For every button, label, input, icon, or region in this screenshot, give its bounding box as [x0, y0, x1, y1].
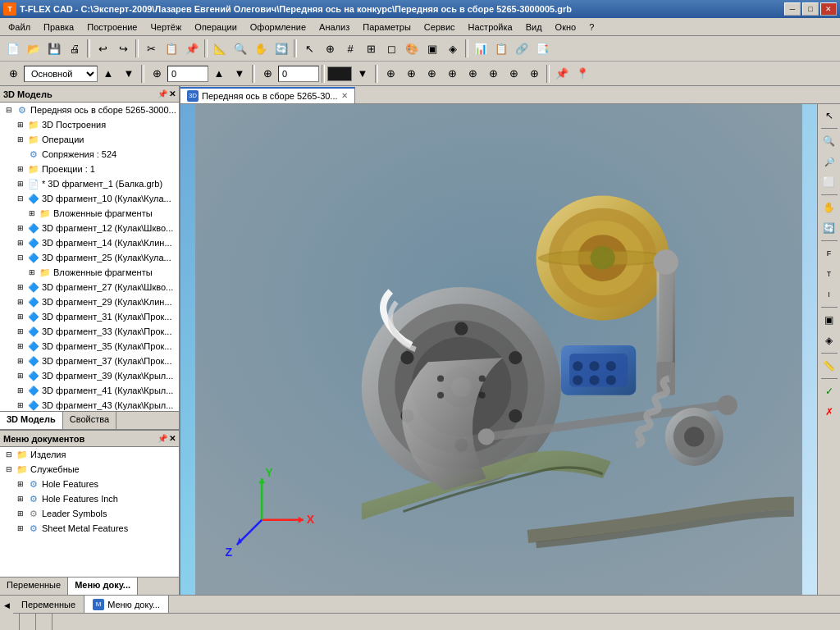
tb2-snap8[interactable]: ⊕: [524, 64, 544, 84]
tree-expand-5[interactable]: ⊞: [15, 163, 26, 175]
rt-rotate[interactable]: 🔄: [819, 218, 839, 238]
pan-button[interactable]: ✋: [251, 39, 271, 58]
tree-expand-20[interactable]: ⊞: [15, 385, 26, 396]
tree-item-15[interactable]: ⊞ 🔷 3D фрагмент_31 (Кулак\Прок...: [0, 309, 179, 324]
tree-item-21[interactable]: ⊞ 🔷 3D фрагмент_43 (Кулак\Крыл...: [0, 398, 179, 411]
tree-expand-21[interactable]: ⊞: [15, 399, 26, 411]
render-button[interactable]: 🎨: [402, 39, 422, 58]
tree-item-3[interactable]: ⊞ 📁 Операции: [0, 132, 179, 147]
zoom-button[interactable]: 🔍: [231, 39, 250, 58]
menu-settings[interactable]: Настройка: [462, 21, 519, 34]
bottom-tree-item-2[interactable]: ⊟ 📁 Служебные: [0, 462, 179, 477]
tb2-arrow-down[interactable]: ▼: [119, 64, 139, 84]
rt-zoom-out[interactable]: 🔎: [819, 152, 839, 171]
tb2-snap4[interactable]: ⊕: [442, 64, 462, 84]
link-button[interactable]: 🔗: [512, 39, 532, 58]
tree-expand-13[interactable]: ⊞: [15, 281, 26, 293]
tb2-snap1[interactable]: ⊕: [381, 64, 400, 84]
view3d-button[interactable]: ◻: [381, 39, 401, 58]
props-button[interactable]: 📊: [471, 39, 491, 58]
tab-properties[interactable]: Свойства: [63, 412, 116, 429]
tree-item-14[interactable]: ⊞ 🔷 3D фрагмент_29 (Кулак\Клин...: [0, 294, 179, 309]
shade-button[interactable]: ▣: [422, 39, 442, 58]
tree-item-4[interactable]: ⚙ Сопряжения : 524: [0, 147, 179, 162]
redo-button[interactable]: ↪: [113, 39, 133, 58]
open-button[interactable]: 📂: [24, 39, 43, 58]
tab-variables-bottom[interactable]: Переменные: [13, 596, 84, 613]
tb2-arrow-down2[interactable]: ▼: [230, 64, 249, 84]
tree-item-13[interactable]: ⊞ 🔷 3D фрагмент_27 (Кулак\Шкво...: [0, 280, 179, 294]
doc-panel-pin-button[interactable]: 📌: [158, 434, 167, 443]
rt-cancel[interactable]: ✗: [819, 402, 839, 422]
tb2-arrow-up2[interactable]: ▲: [209, 64, 229, 84]
bottom-nav-left[interactable]: ◀: [0, 596, 13, 615]
save-button[interactable]: 💾: [44, 39, 64, 58]
grid-button[interactable]: #: [340, 39, 360, 58]
tree-item-2[interactable]: ⊞ 📁 3D Построения: [0, 117, 179, 132]
tb2-snap5[interactable]: ⊕: [463, 64, 482, 84]
rt-select[interactable]: ↖: [819, 106, 839, 126]
tree-expand-8[interactable]: ⊞: [26, 208, 38, 219]
layer-button[interactable]: ⊞: [361, 39, 381, 58]
panel-close-button[interactable]: ✕: [169, 89, 176, 98]
tab-menu-docs-bottom[interactable]: M Меню доку...: [84, 596, 169, 613]
measure-button[interactable]: 📐: [210, 39, 230, 58]
tree-item-8[interactable]: ⊞ 📁 Вложенные фрагменты: [0, 206, 179, 221]
tree-expand-3[interactable]: ⊞: [15, 134, 26, 145]
rt-ok[interactable]: ✓: [819, 381, 839, 401]
tree-expand-14[interactable]: ⊞: [15, 296, 26, 308]
tree-item-9[interactable]: ⊞ 🔷 3D фрагмент_12 (Кулак\Шкво...: [0, 221, 179, 235]
tree-expand-18[interactable]: ⊞: [15, 355, 26, 367]
wire-button[interactable]: ◈: [443, 39, 463, 58]
cut-button[interactable]: ✂: [141, 39, 161, 58]
num-input-2[interactable]: [278, 66, 319, 82]
rt-wire[interactable]: ◈: [819, 331, 839, 350]
viewport-canvas[interactable]: X Y Z: [180, 104, 817, 595]
tree-expand-12[interactable]: ⊞: [26, 267, 38, 278]
menu-build[interactable]: Построение: [80, 21, 144, 34]
tree-item-16[interactable]: ⊞ 🔷 3D фрагмент_33 (Кулак\Прок...: [0, 324, 179, 339]
tree-expand-17[interactable]: ⊞: [15, 340, 26, 352]
tb2-extra2[interactable]: 📍: [573, 64, 592, 84]
viewport-close-button[interactable]: ✕: [341, 91, 348, 100]
tab-3d-model[interactable]: 3D Модель: [0, 412, 63, 429]
menu-file[interactable]: Файл: [2, 21, 37, 34]
bom-button[interactable]: 📑: [532, 39, 552, 58]
tb2-icon2[interactable]: ⊕: [147, 64, 167, 84]
close-button[interactable]: ✕: [820, 2, 837, 16]
bottom-tree-expand-1[interactable]: ⊟: [3, 449, 15, 460]
tree-item-10[interactable]: ⊞ 🔷 3D фрагмент_14 (Кулак\Клин...: [0, 235, 179, 250]
tree-item-1[interactable]: ⊟ ⚙ Передняя ось в сборе 5265-3000...: [0, 103, 179, 117]
tree-expand-9[interactable]: ⊞: [15, 222, 26, 234]
rt-view-top[interactable]: T: [819, 264, 839, 284]
tree-expand-1[interactable]: ⊟: [3, 104, 15, 116]
select-button[interactable]: ↖: [299, 39, 319, 58]
menu-service[interactable]: Сервис: [418, 21, 462, 34]
tb2-arrow-up[interactable]: ▲: [98, 64, 118, 84]
paste-button[interactable]: 📌: [182, 39, 202, 58]
tree-item-17[interactable]: ⊞ 🔷 3D фрагмент_35 (Кулак\Прок...: [0, 339, 179, 354]
tree-expand-19[interactable]: ⊞: [15, 370, 26, 381]
new-button[interactable]: 📄: [3, 39, 23, 58]
rotate-button[interactable]: 🔄: [272, 39, 291, 58]
maximize-button[interactable]: □: [802, 2, 819, 16]
bottom-tree-item-5[interactable]: ⊞ ⚙ Leader Symbols: [0, 506, 179, 521]
tree-item-6[interactable]: ⊞ 📄 * 3D фрагмент_1 (Балка.grb): [0, 176, 179, 191]
tree-item-19[interactable]: ⊞ 🔷 3D фрагмент_39 (Кулак\Крыл...: [0, 368, 179, 383]
tb2-snap7[interactable]: ⊕: [504, 64, 523, 84]
tree-expand-10[interactable]: ⊞: [15, 237, 26, 249]
bottom-tree-item-1[interactable]: ⊟ 📁 Изделия: [0, 447, 179, 462]
tb2-snap2[interactable]: ⊕: [401, 64, 421, 84]
bottom-tree-expand-4[interactable]: ⊞: [15, 493, 26, 504]
tree-expand-16[interactable]: ⊞: [15, 326, 26, 337]
tree-expand-4[interactable]: [15, 148, 26, 160]
attr-button[interactable]: 📋: [491, 39, 511, 58]
tab-variables[interactable]: Переменные: [0, 578, 68, 595]
tree-item-5[interactable]: ⊞ 📁 Проекции : 1: [0, 162, 179, 176]
menu-window[interactable]: Окно: [549, 21, 583, 34]
bottom-tree-expand-5[interactable]: ⊞: [15, 508, 26, 519]
tree-expand-15[interactable]: ⊞: [15, 311, 26, 322]
tb2-icon3[interactable]: ⊕: [258, 64, 277, 84]
menu-analysis[interactable]: Анализ: [313, 21, 356, 34]
menu-edit[interactable]: Правка: [37, 21, 80, 34]
